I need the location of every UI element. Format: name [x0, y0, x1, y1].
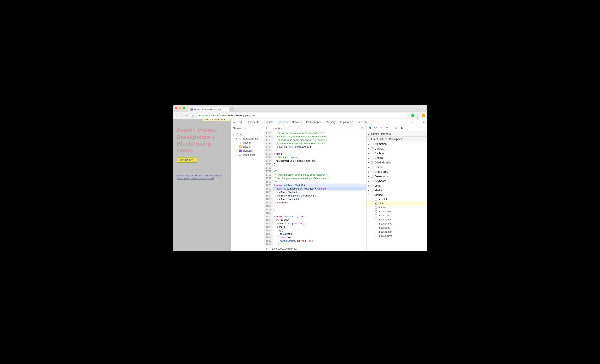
checkbox-icon[interactable] — [375, 214, 377, 217]
chevron-right-icon[interactable]: » — [245, 127, 246, 130]
breakpoint-event-mousedown[interactable]: mousedown — [366, 209, 427, 213]
pause-on-exceptions-button[interactable] — [401, 126, 404, 130]
devtools-tab-console[interactable]: Console — [263, 120, 273, 124]
breakpoint-category-drag-drop[interactable]: ▶Drag / drop — [366, 169, 427, 174]
checkbox-icon[interactable] — [375, 227, 377, 229]
home-button[interactable]: ⌂ — [191, 114, 195, 117]
step-into-button[interactable] — [380, 126, 383, 130]
toggle-navigator-icon[interactable] — [265, 127, 270, 130]
devtools-tab-performance[interactable]: Performance — [306, 120, 321, 124]
checkbox-icon[interactable] — [375, 206, 377, 209]
breakpoint-event-mouseup[interactable]: mouseup — [366, 213, 427, 218]
extension-icon[interactable]: ● ● ● — [417, 114, 420, 117]
checkbox-icon[interactable] — [371, 161, 374, 164]
bookmark-star-icon[interactable]: ☆ — [404, 114, 407, 117]
devtools-tab-memory[interactable]: Memory — [326, 120, 336, 124]
checkbox-icon[interactable] — [375, 231, 377, 233]
deactivate-breakpoints-button[interactable] — [395, 126, 398, 130]
step-out-button[interactable] — [385, 126, 389, 130]
checkbox-icon[interactable] — [371, 143, 374, 145]
extension-icon[interactable] — [422, 114, 425, 117]
whats-new-link[interactable]: What's New In DevTools (Chrome 66) > Bla… — [177, 174, 228, 180]
checkbox-icon[interactable] — [371, 157, 374, 159]
close-tab-icon[interactable]: × — [225, 108, 227, 111]
checkbox-icon[interactable] — [371, 194, 374, 196]
devtools-menu-icon[interactable]: ⋮ — [417, 120, 420, 124]
checkbox-icon[interactable] — [371, 180, 374, 182]
device-toolbar-icon[interactable] — [240, 120, 243, 124]
checkbox-icon[interactable] — [371, 171, 374, 173]
devtools-tab-application[interactable]: Application — [340, 120, 353, 124]
browser-tab[interactable]: Event Listener Breakpoints + B × — [188, 107, 229, 112]
devtools-tab-security[interactable]: Security — [357, 120, 367, 124]
maximize-window-button[interactable] — [183, 107, 185, 109]
breakpoint-category-media[interactable]: ▶Media — [366, 188, 427, 193]
step-over-icon[interactable]: ↷ — [227, 119, 229, 120]
close-file-icon[interactable]: × — [281, 127, 283, 130]
tree-domain[interactable]: ▼☁framework-bla — [231, 136, 264, 141]
breakpoint-event-mouseover[interactable]: mouseover — [366, 218, 427, 222]
close-window-button[interactable] — [175, 107, 178, 109]
checkbox-icon[interactable] — [371, 147, 374, 150]
breakpoint-category-control[interactable]: ▶Control — [366, 155, 427, 160]
navigator-menu-icon[interactable]: ⋮ — [260, 127, 262, 130]
breakpoint-category-clipboard[interactable]: ▶Clipboard — [366, 151, 427, 155]
editor-file-tab[interactable]: vue.js × — [272, 125, 285, 131]
breakpoint-event-mousemove[interactable]: mousemove — [366, 222, 427, 226]
breakpoint-category-mouse[interactable]: ▼Mouse — [366, 193, 427, 197]
close-devtools-icon[interactable]: × — [422, 120, 425, 124]
checkbox-icon[interactable] — [371, 166, 374, 168]
checkbox-icon[interactable] — [375, 202, 377, 205]
new-tab-button[interactable] — [230, 107, 234, 111]
inspect-element-icon[interactable] — [233, 120, 236, 124]
breakpoint-category-dom-mutation[interactable]: ▶DOM Mutation — [366, 160, 427, 165]
breakpoint-event-mouseenter[interactable]: mouseenter — [366, 230, 427, 234]
resume-icon[interactable]: ▶ — [224, 119, 226, 120]
code-viewer[interactable]: 1786178717881789179017911792179317941795… — [264, 131, 366, 246]
checkbox-icon[interactable] — [371, 184, 374, 187]
reload-button[interactable]: ⟳ — [186, 114, 189, 117]
address-bar[interactable]: Secure | https://framework-blackboxing.g… — [197, 113, 409, 118]
checkbox-icon[interactable] — [375, 218, 377, 221]
breakpoint-category-keyboard[interactable]: ▶Keyboard — [366, 179, 427, 183]
tree-file-appjs[interactable]: JSapp.js — [231, 145, 264, 149]
step-over-button[interactable] — [374, 126, 377, 130]
breakpoint-category-device[interactable]: ▶Device — [366, 165, 427, 169]
tree-file-stylecss[interactable]: { }style.css — [231, 149, 264, 153]
breakpoint-event-auxclick[interactable]: auxclick — [366, 197, 427, 201]
breakpoint-category-load[interactable]: ▶Load — [366, 183, 427, 188]
checkbox-icon[interactable] — [375, 223, 377, 225]
breakpoint-event-click[interactable]: click — [366, 201, 427, 205]
checkbox-icon[interactable] — [371, 189, 374, 191]
more-tabs-icon[interactable]: » — [411, 120, 414, 124]
breakpoint-category-canvas[interactable]: ▶Canvas — [366, 146, 427, 151]
tree-top[interactable]: ▼top — [231, 133, 264, 136]
navigator-dropdown[interactable]: Network — [233, 127, 243, 130]
tree-unpkg[interactable]: ▶☁unpkg.com — [231, 153, 264, 157]
checkbox-icon[interactable] — [371, 175, 374, 178]
forward-button[interactable]: → — [180, 114, 184, 117]
breakpoint-event-mouseleave[interactable]: mouseleave — [366, 234, 427, 238]
devtools-tab-network[interactable]: Network — [292, 120, 302, 124]
profile-avatar[interactable] — [420, 106, 425, 111]
checkbox-icon[interactable] — [371, 152, 374, 154]
checkbox-icon[interactable] — [375, 210, 377, 213]
breakpoint-category-geolocation[interactable]: ▶Geolocation — [366, 174, 427, 179]
click-count-button[interactable]: Click Count: 3 — [177, 157, 197, 163]
checkbox-icon[interactable] — [375, 235, 377, 237]
extension-icon[interactable] — [411, 114, 414, 117]
back-button[interactable]: ← — [175, 114, 178, 117]
resume-button[interactable] — [368, 126, 371, 130]
run-snippet-icon[interactable] — [360, 127, 365, 130]
breakpoint-event-dblclick[interactable]: dblclick — [366, 205, 427, 209]
tree-file-index[interactable]: 🗎(index) — [231, 141, 264, 145]
event-listener-breakpoints-section[interactable]: ▼Event Listener Breakpoints — [366, 136, 427, 142]
breakpoint-category-animation[interactable]: ▶Animation — [366, 142, 427, 146]
global-listeners-section[interactable]: ▶Global Listeners — [366, 131, 427, 136]
devtools-tab-elements[interactable]: Elements — [248, 120, 259, 124]
devtools-tab-sources[interactable]: Sources — [278, 120, 288, 125]
minimize-window-button[interactable] — [179, 107, 181, 109]
checkbox-icon[interactable] — [375, 198, 377, 200]
breakpoint-event-mouseout[interactable]: mouseout — [366, 226, 427, 230]
pretty-print-icon[interactable]: { } — [266, 247, 269, 250]
